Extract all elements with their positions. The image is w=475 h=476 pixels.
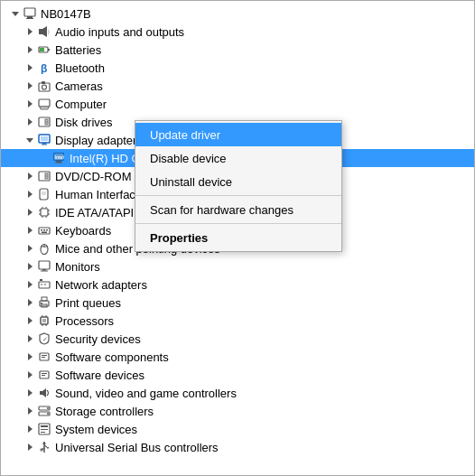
- svg-text:Intel: Intel: [55, 154, 65, 160]
- device-icon-sound: [37, 386, 51, 400]
- expand-icon-ideata[interactable]: [23, 205, 37, 219]
- device-icon-dvdcd: [37, 169, 51, 183]
- expand-icon-root[interactable]: [8, 6, 23, 21]
- expand-icon-audio[interactable]: [23, 24, 37, 39]
- tree-item-root[interactable]: NB0147B: [1, 5, 474, 23]
- tree-item-security[interactable]: ✓Security devices: [1, 330, 474, 348]
- device-icon-monitors: [37, 259, 51, 274]
- item-label-processors: Processors: [55, 314, 114, 328]
- device-icon-ideata: [37, 205, 51, 219]
- expand-icon-dvdcd[interactable]: [23, 169, 37, 183]
- svg-rect-111: [47, 447, 49, 449]
- expand-icon-display[interactable]: [23, 133, 37, 147]
- expand-icon-system[interactable]: [23, 422, 37, 436]
- svg-marker-39: [28, 191, 33, 198]
- svg-marker-25: [26, 138, 33, 143]
- svg-marker-77: [28, 317, 33, 324]
- expand-icon-softwaredevices[interactable]: [23, 368, 37, 382]
- item-label-system: System devices: [55, 423, 137, 436]
- device-icon-processors: [37, 313, 51, 328]
- svg-rect-89: [42, 357, 45, 358]
- menu-item-scan[interactable]: Scan for hardware changes: [135, 198, 341, 221]
- menu-item-properties[interactable]: Properties: [135, 226, 341, 249]
- svg-rect-79: [42, 319, 46, 322]
- svg-point-24: [46, 121, 48, 123]
- svg-rect-34: [55, 163, 62, 163]
- tree-item-computer[interactable]: Computer: [1, 95, 474, 113]
- item-label-softwaredevices: Software devices: [55, 369, 144, 382]
- menu-separator: [135, 223, 341, 224]
- expand-icon-usb[interactable]: [23, 440, 37, 454]
- expand-icon-security[interactable]: [23, 331, 37, 346]
- svg-rect-1: [24, 8, 35, 16]
- expand-icon-print[interactable]: [23, 295, 37, 310]
- svg-rect-93: [42, 375, 45, 376]
- svg-rect-74: [42, 297, 47, 301]
- tree-item-storage[interactable]: Storage controllers: [1, 402, 474, 420]
- expand-icon-sound[interactable]: [23, 386, 37, 400]
- item-label-network: Network adapters: [55, 278, 147, 292]
- svg-rect-3: [26, 18, 33, 19]
- svg-marker-96: [42, 388, 46, 397]
- tree-item-bluetooth[interactable]: βBluetooth: [1, 59, 474, 77]
- expand-icon-cameras[interactable]: [23, 79, 37, 93]
- expand-icon-computer[interactable]: [23, 97, 37, 111]
- svg-marker-109: [42, 442, 46, 444]
- expand-icon-intel[interactable]: [37, 151, 51, 165]
- expand-icon-mice[interactable]: [23, 241, 37, 256]
- tree-item-monitors[interactable]: Monitors: [1, 257, 474, 275]
- expand-icon-monitors[interactable]: [23, 259, 37, 274]
- tree-item-usb[interactable]: Universal Serial Bus controllers: [1, 438, 474, 456]
- tree-item-softwaredevices[interactable]: Software devices: [1, 366, 474, 384]
- svg-text:): ): [48, 29, 50, 34]
- svg-point-101: [47, 413, 49, 415]
- svg-marker-18: [28, 100, 33, 107]
- tree-item-sound[interactable]: Sound, video and game controllers: [1, 384, 474, 402]
- svg-text:β: β: [41, 62, 47, 74]
- svg-marker-42: [28, 209, 33, 216]
- device-icon-intel: Intel: [51, 151, 66, 165]
- device-icon-batteries: [37, 42, 51, 57]
- svg-marker-90: [28, 371, 33, 378]
- expand-icon-processors[interactable]: [23, 313, 37, 328]
- expand-icon-keyboards[interactable]: [23, 223, 37, 238]
- item-label-audio: Audio inputs and outputs: [55, 25, 184, 39]
- svg-rect-56: [46, 229, 48, 231]
- item-label-security: Security devices: [55, 332, 141, 346]
- item-label-bluetooth: Bluetooth: [55, 61, 105, 75]
- expand-icon-batteries[interactable]: [23, 42, 37, 57]
- device-icon-security: ✓: [37, 331, 51, 346]
- device-manager: NB0147B)Audio inputs and outputsBatterie…: [1, 1, 474, 475]
- tree-item-print[interactable]: Print queues: [1, 294, 474, 312]
- item-label-diskdrives: Disk drives: [55, 116, 113, 129]
- item-label-batteries: Batteries: [55, 43, 101, 57]
- device-icon-system: [37, 422, 51, 436]
- device-icon-storage: [37, 404, 51, 418]
- svg-rect-104: [41, 425, 48, 427]
- tree-item-cameras[interactable]: Cameras: [1, 77, 474, 95]
- svg-rect-105: [41, 429, 48, 430]
- item-label-softwarecomponents: Software components: [55, 350, 169, 364]
- tree-item-audio[interactable]: )Audio inputs and outputs: [1, 23, 474, 41]
- expand-icon-diskdrives[interactable]: [23, 115, 37, 129]
- menu-item-disable[interactable]: Disable device: [135, 146, 341, 170]
- svg-marker-0: [12, 12, 19, 16]
- device-icon-usb: [37, 440, 51, 454]
- expand-icon-bluetooth[interactable]: [23, 61, 37, 75]
- svg-rect-88: [42, 355, 47, 356]
- tree-item-softwarecomponents[interactable]: Software components: [1, 348, 474, 366]
- tree-item-batteries[interactable]: Batteries: [1, 41, 474, 59]
- svg-rect-29: [42, 145, 47, 145]
- svg-text:✓: ✓: [42, 336, 48, 342]
- tree-item-system[interactable]: System devices: [1, 420, 474, 438]
- svg-rect-57: [42, 232, 47, 234]
- expand-icon-softwarecomponents[interactable]: [23, 350, 37, 364]
- tree-item-processors[interactable]: Processors: [1, 312, 474, 330]
- menu-item-uninstall[interactable]: Uninstall device: [135, 170, 341, 193]
- expand-icon-network[interactable]: [23, 277, 37, 292]
- svg-marker-4: [28, 28, 33, 35]
- expand-icon-humaninterface[interactable]: [23, 187, 37, 201]
- expand-icon-storage[interactable]: [23, 404, 37, 418]
- menu-item-update[interactable]: Update driver: [135, 123, 341, 146]
- tree-item-network[interactable]: Network adapters: [1, 275, 474, 294]
